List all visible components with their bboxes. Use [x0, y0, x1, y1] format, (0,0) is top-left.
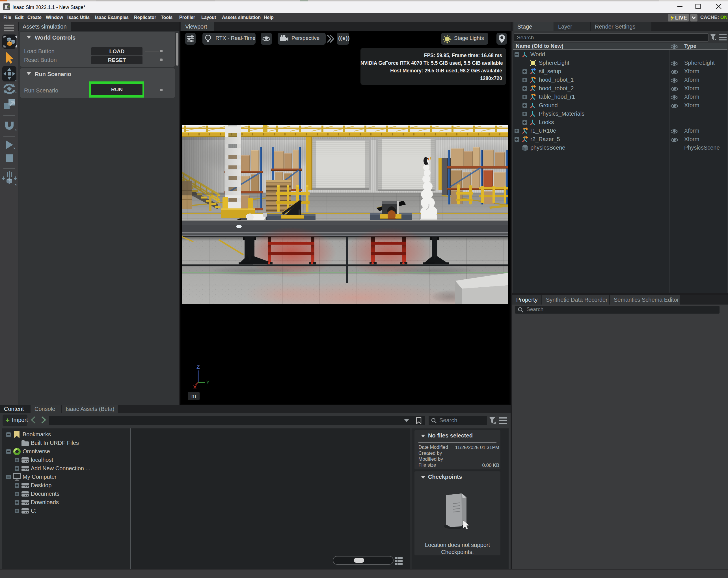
svg-text:Y: Y — [206, 379, 209, 385]
svg-text:Z: Z — [197, 364, 200, 370]
svg-text:X: X — [193, 384, 197, 390]
